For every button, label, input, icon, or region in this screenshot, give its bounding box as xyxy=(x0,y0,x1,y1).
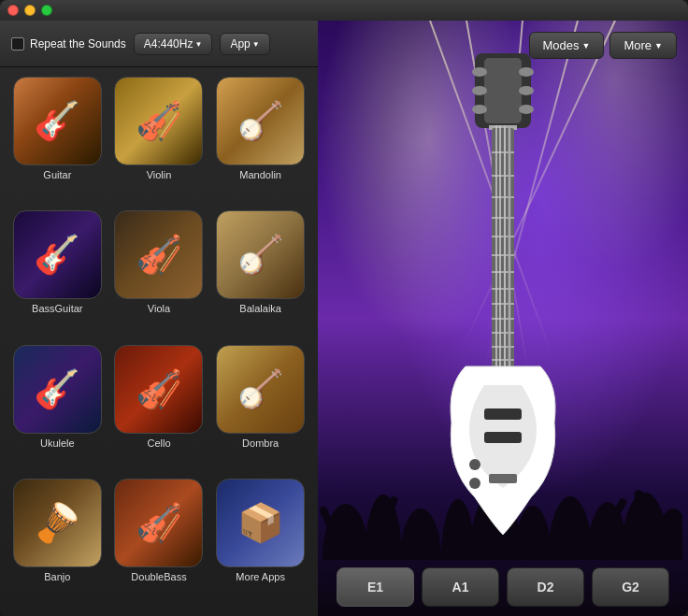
guitar-label: Guitar xyxy=(43,169,71,180)
bassguitar-label: BassGuitar xyxy=(32,303,82,314)
repeat-sounds-checkbox[interactable] xyxy=(11,37,24,50)
doublebass-label: DoubleBass xyxy=(131,571,186,582)
moreapps-icon: 📦 xyxy=(217,480,304,566)
cello-icon: 🎻 xyxy=(115,346,202,433)
close-button[interactable] xyxy=(7,5,19,16)
guitar-container xyxy=(428,39,578,581)
chevron-down-icon: ▼ xyxy=(654,41,663,50)
dombra-icon: 🪕 xyxy=(217,346,304,433)
minimize-button[interactable] xyxy=(24,5,36,16)
instrument-item-balalaika[interactable]: 🪕Balalaika xyxy=(212,210,308,338)
instrument-item-cello[interactable]: 🎻Cello xyxy=(111,345,208,473)
svg-rect-44 xyxy=(489,474,517,483)
instrument-item-mandolin[interactable]: 🪕Mandolin xyxy=(212,77,308,205)
instrument-item-dombra[interactable]: 🪕Dombra xyxy=(212,345,308,473)
mandolin-label: Mandolin xyxy=(239,169,281,180)
ukulele-icon: 🎸 xyxy=(14,346,101,433)
balalaika-icon: 🪕 xyxy=(217,211,304,298)
svg-rect-35 xyxy=(492,332,514,334)
svg-rect-31 xyxy=(492,271,514,273)
viola-icon: 🎻 xyxy=(115,211,202,298)
instrument-item-moreapps[interactable]: 📦More Apps xyxy=(212,479,308,607)
viola-label: Viola xyxy=(148,303,170,314)
svg-rect-37 xyxy=(492,359,514,361)
instrument-item-ukulele[interactable]: 🎸Ukulele xyxy=(9,345,106,473)
instrument-item-viola[interactable]: 🎻Viola xyxy=(111,210,208,338)
svg-point-17 xyxy=(472,67,487,77)
bassguitar-icon: 🎸 xyxy=(14,211,101,298)
svg-rect-29 xyxy=(492,236,514,237)
svg-rect-42 xyxy=(484,408,522,420)
window-controls xyxy=(7,5,52,16)
modes-button[interactable]: Modes ▼ xyxy=(529,32,605,59)
frequency-button[interactable]: A4:440Hz ▼ xyxy=(134,33,213,55)
svg-point-18 xyxy=(519,67,534,77)
title-bar xyxy=(0,0,688,21)
right-top-buttons: Modes ▼ More ▼ xyxy=(529,32,678,59)
note-key-g2[interactable]: G2 xyxy=(592,567,669,607)
svg-point-46 xyxy=(469,478,480,489)
note-key-a1[interactable]: A1 xyxy=(422,567,499,607)
svg-rect-34 xyxy=(492,318,514,320)
svg-rect-26 xyxy=(492,175,514,177)
svg-point-22 xyxy=(519,105,534,114)
svg-point-19 xyxy=(472,86,487,95)
svg-rect-30 xyxy=(492,254,514,256)
banjo-label: Banjo xyxy=(44,571,70,582)
svg-rect-33 xyxy=(492,303,514,305)
instrument-item-banjo[interactable]: 🪘Banjo xyxy=(9,479,106,607)
chevron-down-icon: ▼ xyxy=(252,40,260,49)
cello-label: Cello xyxy=(147,437,170,449)
repeat-sounds-control: Repeat the Sounds xyxy=(11,37,126,50)
svg-rect-16 xyxy=(484,58,522,123)
instrument-item-violin[interactable]: 🎻Violin xyxy=(111,77,208,205)
doublebass-icon: 🎻 xyxy=(115,480,202,566)
main-content: Repeat the Sounds A4:440Hz ▼ App ▼ 🎸Guit… xyxy=(0,21,688,616)
instruments-grid: 🎸Guitar🎻Violin🪕Mandolin🎸BassGuitar🎻Viola… xyxy=(0,67,318,616)
instrument-item-doublebass[interactable]: 🎻DoubleBass xyxy=(111,479,208,607)
mandolin-icon: 🪕 xyxy=(217,78,304,165)
svg-point-45 xyxy=(469,459,480,470)
banjo-icon: 🪘 xyxy=(14,480,101,566)
left-panel: Repeat the Sounds A4:440Hz ▼ App ▼ 🎸Guit… xyxy=(0,21,318,616)
svg-rect-27 xyxy=(492,196,514,198)
svg-rect-36 xyxy=(492,346,514,348)
svg-rect-28 xyxy=(492,217,514,219)
repeat-sounds-label: Repeat the Sounds xyxy=(30,37,126,50)
ukulele-label: Ukulele xyxy=(40,437,75,449)
instrument-item-guitar[interactable]: 🎸Guitar xyxy=(9,77,106,205)
bottom-note-keys: E1A1D2G2 xyxy=(318,567,688,607)
app-window: Repeat the Sounds A4:440Hz ▼ App ▼ 🎸Guit… xyxy=(0,0,688,616)
balalaika-label: Balalaika xyxy=(239,303,281,314)
svg-rect-25 xyxy=(492,151,514,153)
maximize-button[interactable] xyxy=(41,5,52,16)
bass-guitar-image xyxy=(437,49,568,572)
right-panel: Modes ▼ More ▼ E1A1D2G2 xyxy=(318,21,688,616)
note-key-d2[interactable]: D2 xyxy=(507,567,584,607)
dombra-label: Dombra xyxy=(242,437,279,449)
svg-rect-43 xyxy=(484,432,522,443)
moreapps-label: More Apps xyxy=(236,571,285,582)
chevron-down-icon: ▼ xyxy=(582,41,591,50)
app-button[interactable]: App ▼ xyxy=(220,33,269,55)
svg-point-21 xyxy=(472,105,487,114)
chevron-down-icon: ▼ xyxy=(194,40,202,49)
more-button[interactable]: More ▼ xyxy=(609,32,677,59)
svg-point-20 xyxy=(519,86,534,95)
svg-rect-32 xyxy=(492,288,514,290)
violin-icon: 🎻 xyxy=(115,78,202,165)
note-key-e1[interactable]: E1 xyxy=(337,567,414,607)
guitar-icon: 🎸 xyxy=(14,78,101,165)
instrument-item-bassguitar[interactable]: 🎸BassGuitar xyxy=(9,210,106,338)
violin-label: Violin xyxy=(147,169,172,180)
toolbar: Repeat the Sounds A4:440Hz ▼ App ▼ xyxy=(0,21,318,67)
